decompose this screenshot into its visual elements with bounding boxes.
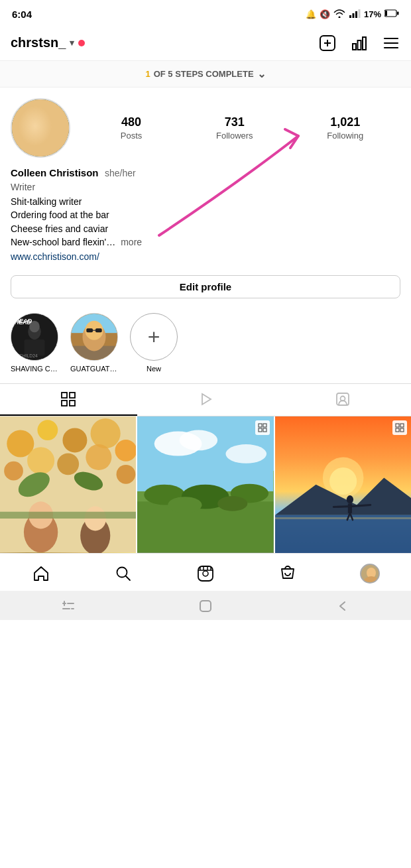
highlight-item-new[interactable]: + New xyxy=(130,313,178,373)
photo-cell-2[interactable] xyxy=(137,416,273,552)
battery-icon xyxy=(384,9,399,19)
steps-current: 1 xyxy=(145,69,150,79)
svg-rect-64 xyxy=(0,512,136,519)
stats-button[interactable] xyxy=(350,34,369,52)
nav-home[interactable] xyxy=(25,562,58,586)
svg-rect-17 xyxy=(12,99,69,121)
bottom-nav xyxy=(0,553,411,591)
tab-reels[interactable] xyxy=(137,384,274,416)
svg-rect-10 xyxy=(353,44,356,50)
photo-badge-2 xyxy=(255,420,270,435)
svg-rect-70 xyxy=(137,502,273,553)
new-highlight-plus-icon: + xyxy=(148,325,160,349)
svg-point-99 xyxy=(203,571,208,576)
photo-grid xyxy=(0,416,411,552)
status-icons: 🔔 🔇 17% xyxy=(306,9,399,20)
svg-marker-44 xyxy=(202,394,211,404)
status-bar: 6:04 🔔 🔇 xyxy=(0,0,411,25)
tab-tagged[interactable] xyxy=(274,384,411,416)
sys-back-button[interactable] xyxy=(335,599,350,613)
svg-rect-94 xyxy=(396,428,399,432)
nav-shop[interactable] xyxy=(271,562,304,586)
svg-point-75 xyxy=(217,496,247,511)
svg-line-89 xyxy=(352,505,371,507)
add-post-button[interactable] xyxy=(318,34,337,52)
profile-link[interactable]: www.cchristison.com/ xyxy=(11,251,400,262)
profile-pronouns: she/her xyxy=(105,168,136,178)
online-indicator xyxy=(78,40,85,46)
battery-level: 17% xyxy=(364,9,381,19)
svg-point-67 xyxy=(180,430,217,451)
profile-top: 480 Posts 731 Followers 1,021 Following xyxy=(11,98,400,158)
svg-rect-43 xyxy=(70,401,75,406)
signal-icon xyxy=(349,9,361,20)
svg-rect-78 xyxy=(259,428,262,432)
highlight-label-shaving: SHAVING CH... xyxy=(11,365,58,373)
tab-grid[interactable] xyxy=(0,384,137,416)
photo-cell-3[interactable] xyxy=(275,416,411,552)
highlight-item[interactable]: HEAD @CHILD24 SHAVING CH... xyxy=(11,313,58,373)
profile-info: Colleen Christison she/her xyxy=(11,167,400,179)
highlight-circle-guat[interactable] xyxy=(70,313,118,361)
svg-point-51 xyxy=(91,418,121,448)
username-text: chrstsn_ xyxy=(11,35,66,50)
wifi-icon xyxy=(333,9,345,20)
nav-reels[interactable] xyxy=(189,562,222,586)
menu-button[interactable] xyxy=(382,34,400,52)
following-label: Following xyxy=(327,131,363,141)
svg-rect-3 xyxy=(358,9,360,18)
photo-cell-1[interactable] xyxy=(0,416,136,552)
svg-point-53 xyxy=(4,462,23,481)
svg-rect-83 xyxy=(275,515,411,552)
avatar[interactable] xyxy=(11,98,70,158)
edit-profile-button[interactable]: Edit profile xyxy=(11,275,400,298)
sys-recent-button[interactable] xyxy=(61,599,76,613)
profile-bio: Shit-talking writer Ordering food at the… xyxy=(11,195,400,249)
nav-profile[interactable] xyxy=(353,562,386,586)
bio-line-1: Shit-talking writer xyxy=(11,196,82,207)
highlight-circle-shaving[interactable]: HEAD @CHILD24 xyxy=(11,313,58,361)
svg-point-22 xyxy=(46,109,57,122)
profile-section: 480 Posts 731 Followers 1,021 Following … xyxy=(0,88,411,267)
system-nav xyxy=(0,591,411,620)
nav-search[interactable] xyxy=(107,562,140,586)
content-tabs xyxy=(0,383,411,416)
svg-rect-76 xyxy=(259,424,262,427)
bio-line-3: Cheese fries and caviar xyxy=(11,223,108,234)
svg-point-25 xyxy=(58,115,67,125)
svg-rect-92 xyxy=(396,424,399,427)
nav-avatar xyxy=(360,564,380,584)
svg-point-24 xyxy=(58,119,68,131)
following-stat[interactable]: 1,021 Following xyxy=(327,115,363,141)
svg-rect-0 xyxy=(349,15,351,18)
posts-count: 480 xyxy=(121,115,143,129)
following-count: 1,021 xyxy=(327,115,363,129)
svg-point-19 xyxy=(28,107,40,121)
profile-name: Colleen Christison xyxy=(11,167,99,178)
steps-banner[interactable]: 1 OF 5 STEPS COMPLETE ⌄ xyxy=(0,61,411,88)
mute-icon: 🔇 xyxy=(320,9,330,19)
profile-category: Writer xyxy=(11,182,400,192)
bio-more[interactable]: more xyxy=(121,237,142,247)
header-username-area[interactable]: chrstsn_ ▾ xyxy=(11,35,318,50)
followers-label: Followers xyxy=(216,131,253,141)
svg-rect-12 xyxy=(363,37,366,50)
posts-stat[interactable]: 480 Posts xyxy=(121,115,143,141)
svg-rect-87 xyxy=(348,504,352,513)
svg-point-57 xyxy=(117,465,136,484)
highlight-circle-new[interactable]: + xyxy=(130,313,178,361)
sys-home-button[interactable] xyxy=(198,599,213,613)
svg-point-50 xyxy=(62,428,87,453)
followers-stat[interactable]: 731 Followers xyxy=(216,115,253,141)
steps-chevron: ⌄ xyxy=(257,68,266,80)
profile-stats: 480 Posts 731 Followers 1,021 Following xyxy=(84,115,400,141)
highlight-item-guat[interactable]: GUATGUATGU... xyxy=(70,313,118,373)
steps-label: OF 5 STEPS COMPLETE xyxy=(154,69,254,79)
svg-rect-93 xyxy=(400,424,404,427)
highlight-label-guat: GUATGUATGU... xyxy=(70,365,118,373)
svg-point-49 xyxy=(37,420,58,440)
status-time: 6:04 xyxy=(12,9,32,20)
svg-point-55 xyxy=(57,454,79,475)
svg-rect-1 xyxy=(352,13,354,18)
svg-rect-16 xyxy=(12,99,69,156)
